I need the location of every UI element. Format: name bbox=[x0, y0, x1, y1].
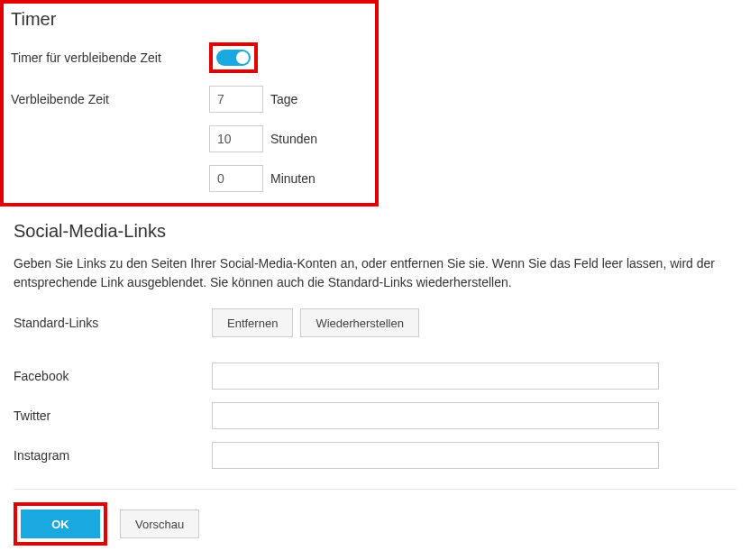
timer-heading: Timer bbox=[11, 9, 368, 30]
facebook-input[interactable] bbox=[212, 363, 659, 390]
hours-input[interactable] bbox=[209, 125, 263, 152]
days-unit: Tage bbox=[270, 92, 297, 106]
days-input[interactable] bbox=[209, 86, 263, 113]
social-description: Geben Sie Links zu den Seiten Ihrer Soci… bbox=[14, 254, 736, 292]
divider bbox=[14, 489, 736, 490]
remove-button[interactable]: Entfernen bbox=[212, 308, 293, 337]
social-section: Social-Media-Links Geben Sie Links zu de… bbox=[0, 212, 750, 469]
ok-button-highlight: OK bbox=[14, 502, 107, 546]
timer-toggle[interactable] bbox=[216, 50, 251, 66]
minutes-unit: Minuten bbox=[270, 171, 316, 186]
instagram-input[interactable] bbox=[212, 442, 659, 469]
facebook-label: Facebook bbox=[14, 369, 212, 383]
restore-button[interactable]: Wiederherstellen bbox=[300, 308, 419, 337]
minutes-input[interactable] bbox=[209, 165, 263, 192]
timer-toggle-highlight bbox=[209, 42, 258, 73]
instagram-label: Instagram bbox=[14, 448, 212, 463]
twitter-input[interactable] bbox=[212, 402, 659, 429]
timer-highlight-box: Timer Timer für verbleibende Zeit Verble… bbox=[0, 0, 379, 207]
default-links-label: Standard-Links bbox=[14, 316, 212, 330]
remaining-time-label: Verbleibende Zeit bbox=[11, 92, 209, 106]
social-heading: Social-Media-Links bbox=[14, 221, 736, 242]
ok-button[interactable]: OK bbox=[21, 510, 100, 538]
preview-button[interactable]: Vorschau bbox=[120, 510, 199, 538]
twitter-label: Twitter bbox=[14, 409, 212, 423]
timer-toggle-label: Timer für verbleibende Zeit bbox=[11, 50, 209, 65]
hours-unit: Stunden bbox=[270, 132, 317, 146]
